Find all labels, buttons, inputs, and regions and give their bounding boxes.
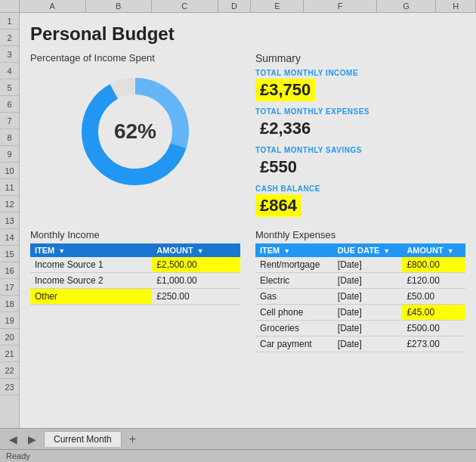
row-10: 10 xyxy=(0,163,19,179)
sheet-tab-current-month[interactable]: Current Month xyxy=(44,431,122,447)
row-22: 22 xyxy=(0,362,19,379)
summary-value-1: £2,336 xyxy=(255,117,315,140)
row-14: 14 xyxy=(0,229,19,246)
top-section: Percentage of Income Spent xyxy=(30,52,465,223)
exp-date-4[interactable]: [Date] xyxy=(333,321,403,336)
row-3: 3 xyxy=(0,46,19,63)
row-numbers: 1 2 3 4 5 6 7 8 9 10 11 12 13 14 15 16 1… xyxy=(0,13,20,428)
exp-amount-0[interactable]: £800.00 xyxy=(402,257,465,273)
row-18: 18 xyxy=(0,296,19,312)
col-header-a[interactable]: A xyxy=(20,0,86,12)
income-table-body: Income Source 1 £2,500.00 Income Source … xyxy=(30,257,240,305)
item-dropdown-icon[interactable]: ▼ xyxy=(58,247,65,255)
exp-item-0[interactable]: Rent/mortgage xyxy=(255,257,333,273)
table-row: Gas [Date] £50.00 xyxy=(255,289,465,305)
row-15: 15 xyxy=(0,246,19,262)
exp-date-5[interactable]: [Date] xyxy=(333,336,403,352)
col-header-h[interactable]: H xyxy=(436,0,476,12)
chart-label: Percentage of Income Spent xyxy=(30,52,240,64)
income-header-amount[interactable]: AMOUNT ▼ xyxy=(152,243,240,257)
exp-amount-4[interactable]: £500.00 xyxy=(402,321,465,336)
exp-amount-3[interactable]: £45.00 xyxy=(402,305,465,321)
exp-item-4[interactable]: Groceries xyxy=(255,321,333,336)
income-amount-1[interactable]: £1,000.00 xyxy=(152,273,240,289)
summary-label-1: TOTAL MONTHLY EXPENSES xyxy=(255,107,465,116)
row-23: 23 xyxy=(0,379,19,395)
income-item-1[interactable]: Income Source 2 xyxy=(30,273,152,289)
table-row: Other £250.00 xyxy=(30,289,240,305)
row-7: 7 xyxy=(0,113,19,129)
grid-area: 1 2 3 4 5 6 7 8 9 10 11 12 13 14 15 16 1… xyxy=(0,13,476,428)
income-item-0[interactable]: Income Source 1 xyxy=(30,257,152,273)
expenses-header-date[interactable]: DUE DATE ▼ xyxy=(333,243,403,257)
sheet-content: Personal Budget Percentage of Income Spe… xyxy=(20,13,476,360)
exp-date-0[interactable]: [Date] xyxy=(333,257,403,273)
status-bar: Ready xyxy=(0,449,476,462)
row-2: 2 xyxy=(0,29,19,46)
expenses-header-row: ITEM ▼ DUE DATE ▼ AMOUNT xyxy=(255,243,465,257)
summary-label-0: TOTAL MONTHLY INCOME xyxy=(255,69,465,77)
expenses-table: ITEM ▼ DUE DATE ▼ AMOUNT xyxy=(255,243,465,352)
exp-item-1[interactable]: Electric xyxy=(255,273,333,289)
summary-item-3: CASH BALANCE £864 xyxy=(255,184,465,217)
table-row: Income Source 1 £2,500.00 xyxy=(30,257,240,273)
exp-date-1[interactable]: [Date] xyxy=(333,273,403,289)
donut-chart: 62% xyxy=(75,71,196,192)
amount-dropdown-icon[interactable]: ▼ xyxy=(197,247,204,255)
expenses-section: Monthly Expenses ITEM ▼ DUE DATE xyxy=(255,229,465,352)
income-amount-2[interactable]: £250.00 xyxy=(152,289,240,305)
table-row: Electric [Date] £120.00 xyxy=(255,273,465,289)
exp-amount-5[interactable]: £273.00 xyxy=(402,336,465,352)
row-21: 21 xyxy=(0,346,19,362)
income-section: Monthly Income ITEM ▼ AMOUNT xyxy=(30,229,240,352)
donut-percentage: 62% xyxy=(114,119,156,144)
income-table-label: Monthly Income xyxy=(30,229,240,240)
col-header-f[interactable]: F xyxy=(304,0,376,12)
summary-value-2: £550 xyxy=(255,156,301,178)
col-header-e[interactable]: E xyxy=(251,0,304,12)
summary-item-1: TOTAL MONTHLY EXPENSES £2,336 xyxy=(255,107,465,140)
table-row: Groceries [Date] £500.00 xyxy=(255,321,465,336)
col-header-c[interactable]: C xyxy=(152,0,218,12)
exp-date-3[interactable]: [Date] xyxy=(333,305,403,321)
col-header-b[interactable]: B xyxy=(86,0,153,12)
exp-date-dropdown-icon[interactable]: ▼ xyxy=(383,247,390,255)
row-16: 16 xyxy=(0,262,19,279)
exp-item-5[interactable]: Car payment xyxy=(255,336,333,352)
donut-container: 62% xyxy=(30,71,240,192)
income-header-row: ITEM ▼ AMOUNT ▼ xyxy=(30,243,240,257)
col-header-g[interactable]: G xyxy=(377,0,437,12)
exp-date-2[interactable]: [Date] xyxy=(333,289,403,305)
income-amount-0[interactable]: £2,500.00 xyxy=(152,257,240,273)
expenses-header-amount[interactable]: AMOUNT ▼ xyxy=(402,243,465,257)
row-12: 12 xyxy=(0,196,19,212)
sheet-tab-bar: ◀ ▶ Current Month + xyxy=(0,428,476,449)
expenses-header-item[interactable]: ITEM ▼ xyxy=(255,243,333,257)
nav-prev-icon[interactable]: ◀ xyxy=(6,433,20,445)
row-4: 4 xyxy=(0,63,19,79)
income-table: ITEM ▼ AMOUNT ▼ xyxy=(30,243,240,305)
income-header-item[interactable]: ITEM ▼ xyxy=(30,243,152,257)
column-headers: A B C D E F G H xyxy=(0,0,476,13)
exp-amount-dropdown-icon[interactable]: ▼ xyxy=(447,247,454,255)
row-9: 9 xyxy=(0,146,19,163)
page-title: Personal Budget xyxy=(30,23,465,45)
exp-amount-1[interactable]: £120.00 xyxy=(402,273,465,289)
summary-section: Summary TOTAL MONTHLY INCOME £3,750 TOTA… xyxy=(255,52,465,223)
status-text: Ready xyxy=(6,451,30,460)
income-item-2[interactable]: Other xyxy=(30,289,152,305)
row-13: 13 xyxy=(0,212,19,229)
col-header-d[interactable]: D xyxy=(218,0,252,12)
exp-item-2[interactable]: Gas xyxy=(255,289,333,305)
row-19: 19 xyxy=(0,312,19,329)
row-8: 8 xyxy=(0,129,19,146)
row-6: 6 xyxy=(0,96,19,113)
summary-value-3: £864 xyxy=(255,194,301,217)
tables-row: Monthly Income ITEM ▼ AMOUNT xyxy=(30,229,465,352)
exp-amount-2[interactable]: £50.00 xyxy=(402,289,465,305)
exp-item-3[interactable]: Cell phone xyxy=(255,305,333,321)
add-sheet-button[interactable]: + xyxy=(126,433,139,446)
nav-next-icon[interactable]: ▶ xyxy=(25,433,39,445)
corner-cell xyxy=(0,0,20,12)
exp-item-dropdown-icon[interactable]: ▼ xyxy=(283,247,290,255)
